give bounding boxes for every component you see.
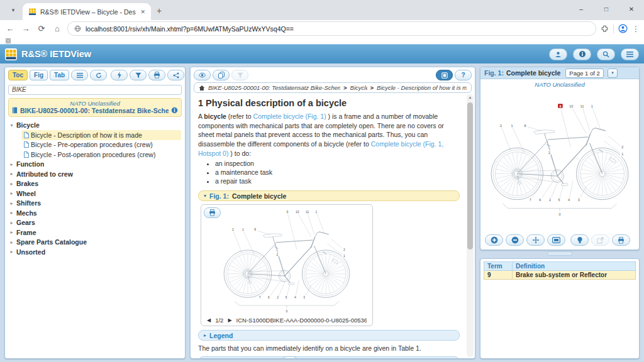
scrollbar-thumb[interactable] [467, 102, 473, 250]
expand-caret-icon[interactable]: ▸ [9, 200, 14, 206]
forward-button[interactable]: → [20, 24, 31, 33]
page-select[interactable]: Page 1 of 2 [565, 69, 604, 78]
fit-to-window-button[interactable] [547, 234, 565, 246]
search-button[interactable] [597, 48, 615, 60]
maximize-button[interactable]: □ [594, 0, 619, 18]
tree-node-label: Mechs [16, 209, 37, 217]
tree-node[interactable]: ▸Function [9, 160, 181, 170]
expand-caret-icon[interactable]: ▸ [9, 229, 14, 235]
expand-caret-icon[interactable]: ▸ [9, 249, 14, 255]
breadcrumb-item[interactable]: BIKE-U8025-00001-00: Testdatensatz Bike-… [208, 84, 340, 91]
refresh-button[interactable] [90, 70, 107, 80]
doc-link[interactable]: Complete bicycle (Fig. 1) [253, 112, 326, 120]
quick-access-button[interactable] [111, 70, 128, 80]
browser-tab[interactable]: R&S® IETDView – Bicycle - Des ✕ [23, 3, 151, 20]
tree-node[interactable]: ▸Unsorted [9, 247, 181, 257]
expand-caret-icon[interactable]: ▸ [9, 190, 14, 196]
help-button[interactable]: ? [455, 70, 472, 80]
reload-button[interactable]: ⟳ [36, 24, 47, 33]
page-select-arrow[interactable]: ▾ [608, 69, 618, 78]
print-table-button[interactable] [281, 356, 298, 358]
tree-node-label: Unsorted [16, 248, 45, 256]
collapse-tree-button[interactable] [71, 70, 88, 80]
svg-text:1: 1 [316, 210, 318, 214]
view-mode-button[interactable] [194, 70, 211, 80]
copy-page-button[interactable] [213, 70, 230, 80]
print-viewer-button[interactable] [612, 234, 630, 246]
tree-node[interactable]: ▸Gears [9, 218, 181, 228]
figure-image[interactable]: 0910111218221762543 [212, 207, 362, 315]
content-scrollbar[interactable]: ▲ [467, 94, 474, 357]
tree-node[interactable]: ▾Bicycle [9, 121, 181, 131]
tab-close-icon[interactable]: ✕ [140, 9, 145, 15]
back-button[interactable]: ← [4, 24, 16, 33]
hotspot-highlight-button[interactable] [570, 234, 589, 246]
expand-caret-icon[interactable]: ▸ [9, 220, 14, 226]
search-input[interactable] [8, 85, 182, 95]
print-figure-button[interactable] [204, 207, 221, 218]
tab-tab[interactable]: Tab [50, 70, 69, 80]
external-link-icon [597, 237, 604, 244]
open-external-button[interactable] [591, 234, 609, 246]
tab-toc[interactable]: Toc [8, 70, 28, 80]
app-menu-button[interactable] [621, 48, 639, 60]
info-button[interactable] [573, 48, 591, 60]
tree-node[interactable]: ▸Wheel [9, 189, 181, 199]
viewer-image[interactable]: 0910111218221762543 [485, 88, 635, 233]
address-bar[interactable]: localhost:8001/rsiv/xh/Main.xhtml?p=6MUw… [67, 21, 596, 36]
publication-header[interactable]: NATO Unclassified BIKE-U8025-00001-00: T… [8, 98, 182, 117]
tree-leaf[interactable]: Bicycle - Pre-operation procedures (crew… [21, 140, 181, 150]
zoom-in-button[interactable] [485, 234, 503, 246]
share-button[interactable] [167, 70, 184, 80]
extensions-icon[interactable] [601, 25, 609, 33]
publication-info-icon[interactable] [171, 107, 178, 114]
new-tab-button[interactable]: + [151, 3, 167, 19]
next-page-icon[interactable]: ▶ [228, 317, 231, 323]
user-button[interactable] [549, 48, 567, 60]
pan-button[interactable] [526, 234, 545, 246]
tree-node-label: Shifters [16, 199, 41, 207]
expand-caret-icon[interactable]: ▸ [9, 162, 14, 167]
open-viewer-button[interactable] [436, 70, 453, 80]
figure-section-bar[interactable]: ▾ Fig. 1: Complete bicycle [198, 190, 460, 201]
home-icon[interactable] [199, 85, 205, 91]
expand-caret-icon[interactable]: ▸ [9, 171, 14, 177]
print-toc-button[interactable] [148, 70, 165, 80]
scroll-up-icon[interactable]: ▲ [467, 94, 474, 101]
profile-avatar[interactable] [618, 24, 628, 33]
tree-node-label: Function [16, 160, 44, 168]
tree-leaf[interactable]: Bicycle - Description of how it is made [21, 130, 181, 140]
close-button[interactable]: ✕ [619, 0, 644, 18]
breadcrumb-item[interactable]: Bicycle - Description of how it is made [377, 84, 467, 91]
prev-page-icon[interactable]: ◀ [207, 317, 211, 323]
expand-caret-icon[interactable]: ▸ [9, 181, 14, 187]
tree-node[interactable]: ▸Attributed to crew [9, 169, 181, 179]
term-row[interactable]: 9 Brake sub-system or Reflector [484, 271, 636, 280]
tree-node[interactable]: ▸Mechs [9, 208, 181, 218]
expand-caret-icon[interactable]: ▸ [9, 210, 14, 216]
tree-leaf[interactable]: Bicycle - Post-operation procedures (cre… [21, 150, 181, 160]
content-filter-button[interactable] [231, 70, 248, 80]
minimize-button[interactable]: – [569, 0, 594, 18]
breadcrumb: BIKE-U8025-00001-00: Testdatensatz Bike-… [194, 82, 472, 93]
site-info-icon[interactable] [74, 25, 81, 32]
tree-node[interactable]: ▸Frame [9, 228, 181, 238]
svg-text:9: 9 [286, 210, 288, 214]
legend-section-bar[interactable]: ▸ Legend [198, 330, 460, 341]
viewer-title-bar: Fig. 1: Complete bicycle Page 1 of 2 ▾ [480, 67, 639, 79]
collapse-caret-icon[interactable]: ▾ [9, 123, 14, 128]
panel-resize-handle[interactable] [547, 251, 572, 256]
apps-grid-icon[interactable] [6, 38, 11, 43]
tree-node[interactable]: ▸Shifters [9, 199, 181, 209]
browser-menu-icon[interactable]: ⋮ [632, 25, 640, 33]
tab-fig[interactable]: Fig [30, 70, 48, 80]
home-button[interactable]: ⌂ [52, 24, 63, 33]
tree-node[interactable]: ▸Spare Parts Catalogue [9, 238, 181, 248]
expand-caret-icon[interactable]: ▸ [9, 239, 14, 245]
tree-node[interactable]: ▸Brakes [9, 179, 181, 189]
tab-search-button[interactable]: ▾ [5, 2, 21, 18]
table-section-bar[interactable]: ▾ Tab. 1: Bicycle parts [198, 356, 460, 358]
breadcrumb-item[interactable]: Bicycle [350, 84, 367, 91]
filter-button[interactable] [130, 70, 147, 80]
zoom-out-button[interactable] [506, 234, 524, 246]
